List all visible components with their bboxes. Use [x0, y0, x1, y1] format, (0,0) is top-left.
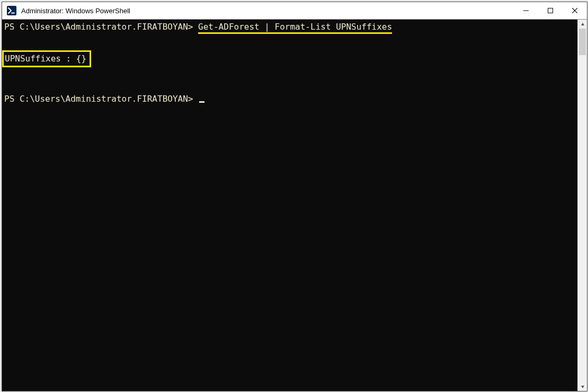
maximize-button[interactable]	[538, 2, 563, 19]
command-line: PS C:\Users\Administrator.FIRATBOYAN> Ge…	[4, 22, 574, 32]
cursor-icon	[199, 101, 204, 103]
minimize-button[interactable]	[514, 2, 538, 19]
prompt-line: PS C:\Users\Administrator.FIRATBOYAN>	[4, 94, 574, 104]
prompt-suffix: >	[188, 22, 193, 32]
window-title: Administrator: Windows PowerShell	[21, 7, 514, 15]
terminal[interactable]: PS C:\Users\Administrator.FIRATBOYAN> Ge…	[2, 20, 577, 391]
client-area: PS C:\Users\Administrator.FIRATBOYAN> Ge…	[2, 20, 587, 391]
vertical-scrollbar[interactable]	[577, 20, 587, 391]
scroll-down-button[interactable]	[578, 382, 587, 391]
scroll-thumb[interactable]	[579, 29, 586, 55]
svg-rect-3	[548, 8, 553, 13]
entered-command: Get-ADForest | Format-List UPNSuffixes	[198, 22, 392, 34]
titlebar[interactable]: Administrator: Windows PowerShell	[2, 2, 587, 20]
prompt-prefix-2: PS	[4, 94, 20, 104]
prompt-path-2: C:\Users\Administrator.FIRATBOYAN	[20, 94, 188, 104]
powershell-window: Administrator: Windows PowerShell PS C:\…	[2, 2, 587, 391]
prompt-path: C:\Users\Administrator.FIRATBOYAN	[20, 22, 188, 32]
scroll-up-button[interactable]	[578, 20, 587, 29]
prompt-prefix: PS	[4, 22, 20, 32]
window-controls	[514, 2, 587, 19]
output-line: UPNSuffixes : {}	[5, 54, 86, 64]
output-highlight-box: UPNSuffixes : {}	[2, 50, 91, 67]
close-button[interactable]	[563, 2, 587, 19]
prompt-suffix-2: >	[188, 94, 193, 104]
svg-marker-6	[581, 23, 584, 25]
svg-marker-7	[581, 386, 584, 388]
powershell-icon	[6, 5, 17, 16]
